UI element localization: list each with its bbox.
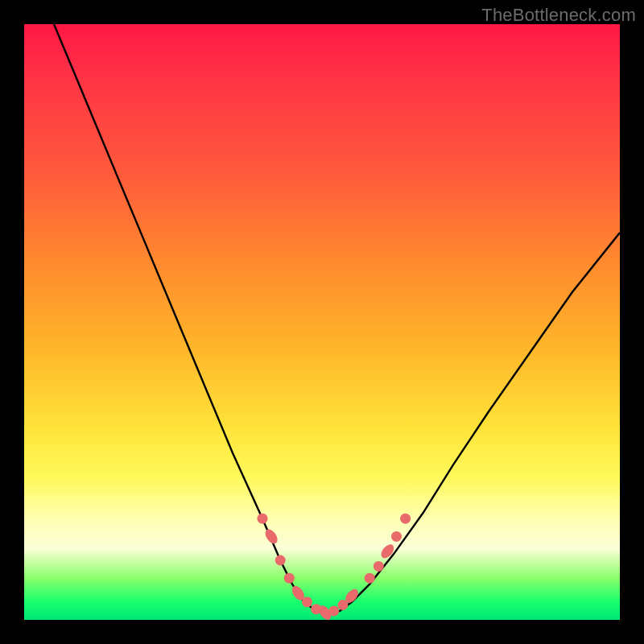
marker-point [391,531,402,542]
marker-point [258,514,268,524]
marker-point [378,542,396,560]
marker-point [275,555,286,566]
marker-group [258,514,411,622]
chart-frame: TheBottleneck.com [0,0,644,644]
marker-point [302,597,312,607]
marker-point [328,605,339,616]
plot-area [24,24,620,620]
marker-point [365,573,375,584]
marker-point [262,527,279,546]
bottleneck-curve [54,24,620,614]
marker-point [400,514,411,524]
marker-point [374,561,384,572]
watermark-text: TheBottleneck.com [481,5,636,26]
marker-point [284,573,295,584]
curve-layer [24,24,620,620]
